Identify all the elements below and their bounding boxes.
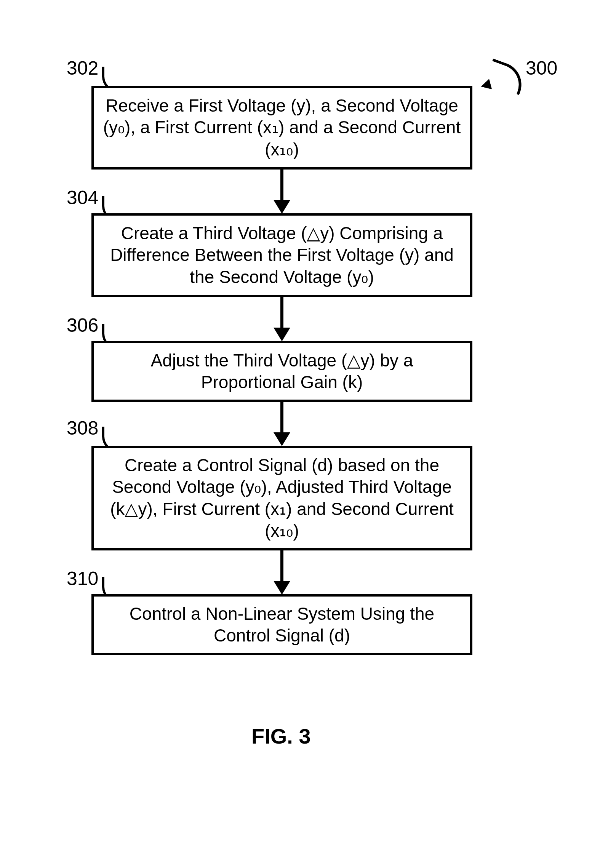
ref-304: 304 (67, 187, 98, 209)
arrow-306-308-head (274, 432, 290, 446)
arrow-304-306-head (274, 328, 290, 341)
arrow-308-310-head (274, 581, 290, 595)
ref-302: 302 (67, 57, 98, 79)
arrow-304-306-stem (280, 297, 283, 330)
step-box-302: Receive a First Voltage (y), a Second Vo… (91, 86, 472, 170)
step-text-308: Create a Control Signal (d) based on the… (101, 454, 462, 542)
ref-308: 308 (67, 417, 98, 439)
step-text-310: Control a Non-Linear System Using the Co… (101, 603, 462, 647)
ref-300-arrowhook (484, 58, 528, 95)
step-box-304: Create a Third Voltage (△y) Comprising a… (91, 213, 472, 297)
step-box-308: Create a Control Signal (d) based on the… (91, 446, 472, 550)
arrow-302-304-stem (280, 170, 283, 202)
arrow-308-310-stem (280, 550, 283, 583)
step-box-310: Control a Non-Linear System Using the Co… (91, 594, 472, 655)
ref-300: 300 (526, 57, 557, 79)
step-text-304: Create a Third Voltage (△y) Comprising a… (101, 222, 462, 288)
step-text-306: Adjust the Third Voltage (△y) by a Propo… (101, 350, 462, 394)
arrow-302-304-head (274, 200, 290, 214)
ref-306: 306 (67, 314, 98, 336)
arrow-306-308-stem (280, 402, 283, 434)
step-text-302: Receive a First Voltage (y), a Second Vo… (101, 95, 462, 161)
step-box-306: Adjust the Third Voltage (△y) by a Propo… (91, 341, 472, 402)
page: 300 302 Receive a First Voltage (y), a S… (0, 0, 616, 843)
ref-310: 310 (67, 568, 98, 590)
figure-label: FIG. 3 (251, 724, 311, 749)
